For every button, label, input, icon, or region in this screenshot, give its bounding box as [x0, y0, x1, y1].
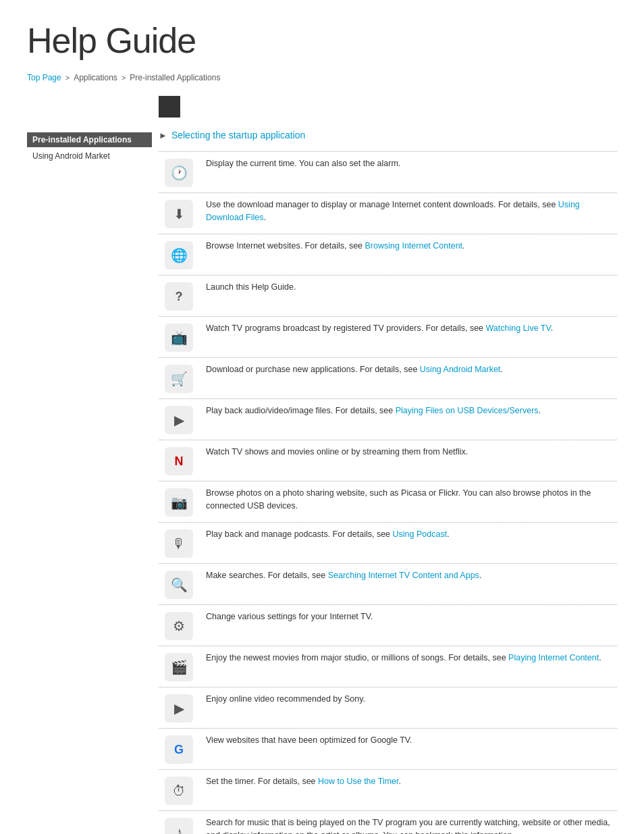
app-icon-cell-download: ⬇ [159, 199, 199, 228]
app-icon-cell-timer: ⏱ [159, 775, 199, 805]
link-searching-internet[interactable]: Searching Internet TV Content and Apps [328, 571, 479, 580]
app-desc-help: Launch this Help Guide. [206, 281, 617, 294]
content-area: ► Selecting the startup application 🕐 Di… [152, 130, 617, 834]
link-using-podcast[interactable]: Using Podcast [393, 529, 448, 539]
market-icon: 🛒 [165, 365, 193, 393]
app-row-market: 🛒 Download or purchase new applications.… [159, 357, 617, 398]
app-desc-media: Play back audio/video/image files. For d… [206, 405, 617, 417]
help-icon: ? [165, 282, 193, 311]
sony-icon: ▶ [165, 694, 193, 723]
browser-icon: 🌐 [165, 241, 193, 269]
app-desc-browser: Browse Internet websites. For details, s… [206, 240, 617, 253]
podcast-icon: 🎙 [165, 529, 193, 558]
app-icon-cell-podcast: 🎙 [159, 528, 199, 558]
app-icon-cell-sony: ▶ [159, 693, 199, 723]
music-icon: ♪ [165, 818, 193, 834]
tv-icon: 📺 [165, 323, 193, 352]
breadcrumb-applications: Applications [74, 73, 117, 82]
app-desc-settings: Change various settings for your Interne… [206, 610, 617, 623]
app-icon-cell-market: 🛒 [159, 363, 199, 393]
app-desc-googletv: View websites that have been optimized f… [206, 734, 617, 747]
app-icon-cell-music: ♪ [159, 816, 199, 834]
app-desc-sony: Enjoy online video recommended by Sony. [206, 693, 617, 706]
app-row-music-search: ♪ Search for music that is being played … [159, 810, 617, 834]
link-playing-internet-content[interactable]: Playing Internet Content [508, 653, 599, 662]
app-icon-cell-settings: ⚙ [159, 610, 199, 640]
search-icon: 🔍 [165, 571, 193, 599]
page-title: Help Guide [27, 20, 617, 61]
app-desc-music: Search for music that is being played on… [206, 816, 617, 834]
app-icon-cell-movies: 🎬 [159, 652, 199, 681]
download-icon: ⬇ [165, 200, 193, 228]
app-desc-netflix: Watch TV shows and movies online or by s… [206, 446, 617, 459]
movies-icon: 🎬 [165, 653, 193, 681]
app-desc-market: Download or purchase new applications. F… [206, 363, 617, 376]
sidebar-item-preinstalled[interactable]: Pre-installed Applications [27, 132, 152, 147]
main-content: Pre-installed Applications Using Android… [27, 130, 617, 834]
section-icon [159, 96, 180, 118]
breadcrumb-sep-1: > [65, 74, 70, 82]
app-row-sony-video: ▶ Enjoy online video recommended by Sony… [159, 687, 617, 728]
sidebar: Pre-installed Applications Using Android… [27, 130, 152, 834]
app-icon-cell-search: 🔍 [159, 569, 199, 599]
app-row-googletv: G View websites that have been optimized… [159, 728, 617, 769]
googletv-icon: G [165, 735, 193, 764]
settings-icon: ⚙ [165, 612, 193, 640]
link-android-market[interactable]: Using Android Market [420, 365, 501, 374]
section-heading-link[interactable]: Selecting the startup application [171, 130, 305, 140]
photo-icon: 📷 [165, 488, 193, 517]
app-desc-podcast: Play back and manage podcasts. For detai… [206, 528, 617, 541]
app-icon-cell-netflix: N [159, 446, 199, 475]
app-icon-cell-help: ? [159, 281, 199, 311]
timer-icon: ⏱ [165, 777, 193, 805]
sidebar-item-android-market[interactable]: Using Android Market [27, 150, 152, 162]
app-icon-cell-googletv: G [159, 734, 199, 764]
app-desc-photo: Browse photos on a photo sharing website… [206, 487, 617, 513]
app-desc-movies: Enjoy the newest movies from major studi… [206, 652, 617, 664]
app-icon-cell-browser: 🌐 [159, 240, 199, 269]
app-desc-tv: Watch TV programs broadcast by registere… [206, 322, 617, 335]
breadcrumb-top-page[interactable]: Top Page [27, 73, 61, 82]
breadcrumb: Top Page > Applications > Pre-installed … [27, 73, 617, 82]
app-desc-clock: Display the current time. You can also s… [206, 157, 617, 170]
breadcrumb-preinstalled: Pre-installed Applications [130, 73, 220, 82]
media-icon: ▶ [165, 406, 193, 434]
app-row-help: ? Launch this Help Guide. [159, 275, 617, 316]
app-icon-cell-tv: 📺 [159, 322, 199, 352]
link-how-to-use-timer[interactable]: How to Use the Timer [318, 777, 399, 786]
app-desc-timer: Set the timer. For details, see How to U… [206, 775, 617, 788]
clock-icon: 🕐 [165, 159, 193, 187]
app-row-media: ▶ Play back audio/video/image files. For… [159, 398, 617, 440]
app-row-photo: 📷 Browse photos on a photo sharing websi… [159, 481, 617, 522]
app-row-podcast: 🎙 Play back and manage podcasts. For det… [159, 522, 617, 563]
app-row-netflix: N Watch TV shows and movies online or by… [159, 440, 617, 481]
app-row-settings: ⚙ Change various settings for your Inter… [159, 604, 617, 646]
app-row-clock: 🕐 Display the current time. You can also… [159, 151, 617, 192]
app-row-timer: ⏱ Set the timer. For details, see How to… [159, 769, 617, 810]
app-desc-download: Use the download manager to display or m… [206, 199, 617, 224]
app-row-browser: 🌐 Browse Internet websites. For details,… [159, 234, 617, 275]
app-row-search: 🔍 Make searches. For details, see Search… [159, 563, 617, 604]
section-heading: ► Selecting the startup application [159, 130, 617, 140]
section-arrow-icon: ► [159, 130, 167, 140]
link-browsing-internet[interactable]: Browsing Internet Content [365, 241, 463, 251]
link-playing-files[interactable]: Playing Files on USB Devices/Servers [396, 406, 539, 415]
app-row-download: ⬇ Use the download manager to display or… [159, 192, 617, 234]
netflix-icon: N [165, 447, 193, 475]
app-desc-search: Make searches. For details, see Searchin… [206, 569, 617, 582]
app-row-tv: 📺 Watch TV programs broadcast by registe… [159, 316, 617, 357]
page-container: Help Guide Top Page > Applications > Pre… [0, 0, 644, 834]
app-icon-cell-media: ▶ [159, 405, 199, 434]
breadcrumb-sep-2: > [122, 74, 126, 82]
link-watching-live-tv[interactable]: Watching Live TV [486, 323, 551, 333]
app-row-movies: 🎬 Enjoy the newest movies from major stu… [159, 646, 617, 687]
app-icon-cell-clock: 🕐 [159, 157, 199, 187]
app-icon-cell-photo: 📷 [159, 487, 199, 517]
link-download-files[interactable]: Using Download Files [206, 200, 580, 222]
